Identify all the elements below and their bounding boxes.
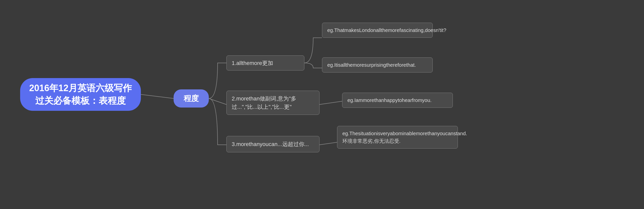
mindmap-container: 2016年12月英语六级写作 过关必备模板：表程度 程度 1.allthemor… [0,0,644,209]
svg-line-1 [209,98,226,104]
branch1-example-a-text: eg.ThatmakesLondonallthemorefascinating,… [327,27,446,33]
svg-line-3 [319,142,337,145]
central-label-line2: 过关必备模板：表程度 [35,94,126,107]
chengdu-label: 程度 [184,93,199,104]
branch1-example-b-text: eg.Itisallthemoresurprisingthereforethat… [327,62,416,68]
branch3-example-a: eg.Thesituationisveryabominablemorethany… [337,126,458,149]
branch1-node: 1.allthemore更加 [226,55,304,71]
branch2-example-a: eg.Iammorethanhappytohearfromyou. [342,93,453,108]
chengdu-node: 程度 [174,89,209,108]
central-node: 2016年12月英语六级写作 过关必备模板：表程度 [20,78,141,111]
branch1-label: 1.allthemore更加 [232,59,273,67]
branch2-label: 2.morethan做副词,意为"多过...","比...以上","比...更" [232,94,314,111]
central-label-line1: 2016年12月英语六级写作 [29,82,132,94]
branch3-label: 3.morethanyoucan...远超过你... [232,140,309,148]
branch2-node: 2.morethan做副词,意为"多过...","比...以上","比...更" [226,91,319,115]
branch1-example-a: eg.ThatmakesLondonallthemorefascinating,… [322,23,433,38]
svg-line-0 [141,94,174,98]
branch3-node: 3.morethanyoucan...远超过你... [226,136,319,152]
branch1-example-b: eg.Itisallthemoresurprisingthereforethat… [322,57,433,73]
branch2-example-a-text: eg.Iammorethanhappytohearfromyou. [347,97,432,103]
svg-line-2 [319,101,342,104]
branch3-example-a-text: eg.Thesituationisveryabominablemorethany… [342,131,467,144]
